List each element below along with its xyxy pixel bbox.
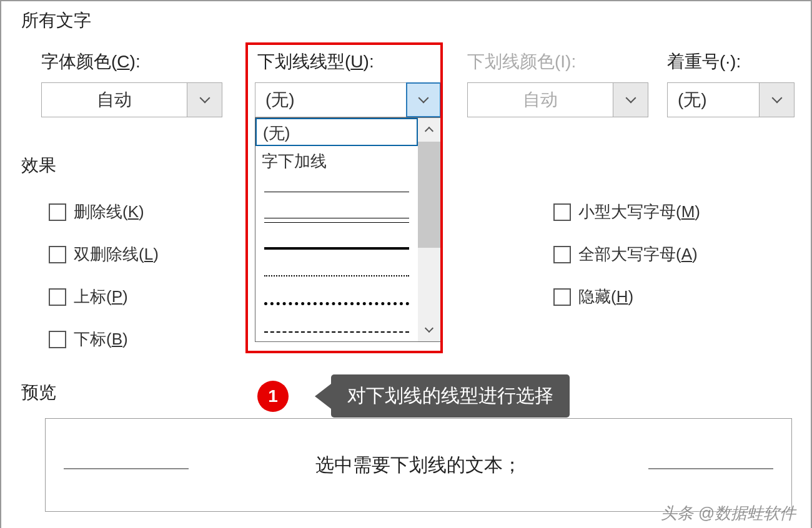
smallcaps-label-post: ) (695, 202, 700, 221)
line-dotted-heavy-icon (262, 288, 412, 313)
dstrike-accel: L (144, 245, 153, 263)
section-all-text: 所有文字 (21, 9, 91, 32)
underline-style-dropdown[interactable]: (无) (255, 82, 441, 117)
dstrike-label-pre: 双删除线( (74, 245, 144, 263)
underline-color-dropdown-button[interactable] (613, 83, 648, 117)
line-thick-icon (262, 232, 412, 257)
checkbox-icon (49, 331, 66, 348)
underline-option-double[interactable] (255, 202, 418, 230)
underline-color-label: 下划线颜色(I): (467, 50, 576, 74)
chevron-down-icon (771, 93, 782, 104)
smallcaps-label-pre: 小型大写字母( (578, 202, 681, 221)
font-color-label-post: ): (130, 52, 141, 71)
super-accel: P (112, 287, 122, 306)
chevron-up-icon (425, 127, 433, 135)
sub-label-post: ) (122, 330, 128, 348)
strike-accel: K (128, 202, 139, 221)
chevron-down-icon (625, 93, 636, 104)
allcaps-label-pre: 全部大写字母( (578, 245, 681, 263)
underline-color-dropdown[interactable]: 自动 (467, 82, 648, 117)
underline-option-none[interactable]: (无) (255, 118, 418, 146)
line-single-icon (262, 177, 412, 202)
chevron-down-icon (425, 324, 433, 333)
underline-option-thick[interactable] (255, 230, 418, 258)
annotation-text: 对下划线的线型进行选择 (331, 374, 570, 418)
line-double-icon (262, 205, 412, 230)
preview-box: 选中需要下划线的文本； (45, 418, 792, 512)
scroll-up-button[interactable] (418, 118, 440, 142)
font-dialog: 所有文字 字体颜色(C): 下划线线型(U): 下划线颜色(I): 着重号(·)… (0, 0, 812, 528)
double-strikethrough-checkbox[interactable]: 双删除线(L) (49, 243, 159, 265)
line-dotted-icon (262, 260, 412, 285)
dstrike-label-post: ) (153, 245, 159, 263)
underline-option-dotted[interactable] (255, 258, 418, 286)
emphasis-value: (无) (668, 88, 759, 112)
underline-option-dashed[interactable] (255, 313, 418, 341)
small-caps-checkbox[interactable]: 小型大写字母(M) (553, 201, 700, 223)
section-preview: 预览 (21, 381, 56, 404)
checkbox-icon (553, 203, 571, 221)
hidden-accel: H (616, 287, 628, 306)
hidden-label-pre: 隐藏( (578, 287, 616, 306)
smallcaps-accel: M (681, 202, 695, 221)
line-dashed-icon (262, 316, 412, 341)
chevron-down-icon (199, 93, 210, 104)
underline-option-dotted-heavy[interactable] (255, 286, 418, 314)
hidden-checkbox[interactable]: 隐藏(H) (553, 286, 633, 308)
underline-style-value: (无) (255, 88, 407, 112)
underline-option-single[interactable] (255, 174, 418, 202)
hidden-label-post: ) (628, 287, 633, 306)
scroll-down-button[interactable] (418, 318, 440, 341)
checkbox-icon (49, 246, 66, 263)
superscript-checkbox[interactable]: 上标(P) (49, 286, 128, 308)
underline-style-listbox[interactable]: (无) 字下加线 (255, 117, 441, 342)
chevron-down-icon (418, 93, 429, 104)
all-caps-checkbox[interactable]: 全部大写字母(A) (553, 243, 698, 265)
font-color-value: 自动 (42, 88, 187, 112)
checkbox-icon (49, 203, 66, 221)
strike-label-post: ) (139, 202, 144, 221)
font-color-accel: C (117, 52, 129, 71)
listbox-scrollbar[interactable] (418, 118, 440, 341)
underline-color-value: 自动 (468, 88, 613, 112)
checkbox-icon (553, 246, 571, 263)
preview-line-left (64, 468, 189, 469)
underline-option-words-only[interactable]: 字下加线 (255, 146, 418, 174)
annotation-arrow-icon (315, 384, 331, 409)
watermark-text: 头条 @数据蛙软件 (661, 502, 796, 524)
font-color-dropdown[interactable]: 自动 (41, 82, 222, 117)
super-label-post: ) (122, 287, 128, 306)
underline-style-label: 下划线线型(U): (257, 50, 374, 74)
preview-line-right (648, 468, 773, 469)
super-label-pre: 上标( (74, 287, 112, 306)
font-color-label: 字体颜色(C): (41, 50, 141, 74)
sub-accel: B (112, 330, 122, 348)
allcaps-accel: A (681, 245, 692, 263)
annotation-callout: 1 对下划线的线型进行选择 (257, 374, 570, 418)
strikethrough-checkbox[interactable]: 删除线(K) (49, 201, 144, 223)
underline-style-label-pre: 下划线线型( (257, 52, 350, 71)
section-effects: 效果 (21, 154, 56, 177)
allcaps-label-post: ) (692, 245, 698, 263)
checkbox-icon (49, 288, 66, 306)
underline-style-accel: U (350, 52, 363, 71)
emphasis-dropdown[interactable]: (无) (667, 82, 795, 117)
sub-label-pre: 下标( (74, 330, 112, 348)
font-color-label-pre: 字体颜色( (41, 52, 117, 71)
emphasis-dropdown-button[interactable] (759, 83, 794, 117)
font-color-dropdown-button[interactable] (187, 83, 222, 117)
checkbox-icon (553, 288, 571, 306)
underline-style-label-post: ): (364, 52, 374, 71)
preview-sample-text: 选中需要下划线的文本； (315, 452, 522, 478)
scroll-thumb[interactable] (418, 142, 440, 248)
scroll-track[interactable] (418, 248, 440, 318)
annotation-number-badge: 1 (257, 381, 289, 412)
underline-style-dropdown-button[interactable] (406, 82, 441, 117)
strike-label-pre: 删除线( (74, 202, 128, 221)
emphasis-label: 着重号(·): (667, 50, 741, 74)
underline-style-list: (无) 字下加线 (255, 118, 418, 341)
subscript-checkbox[interactable]: 下标(B) (49, 328, 128, 350)
